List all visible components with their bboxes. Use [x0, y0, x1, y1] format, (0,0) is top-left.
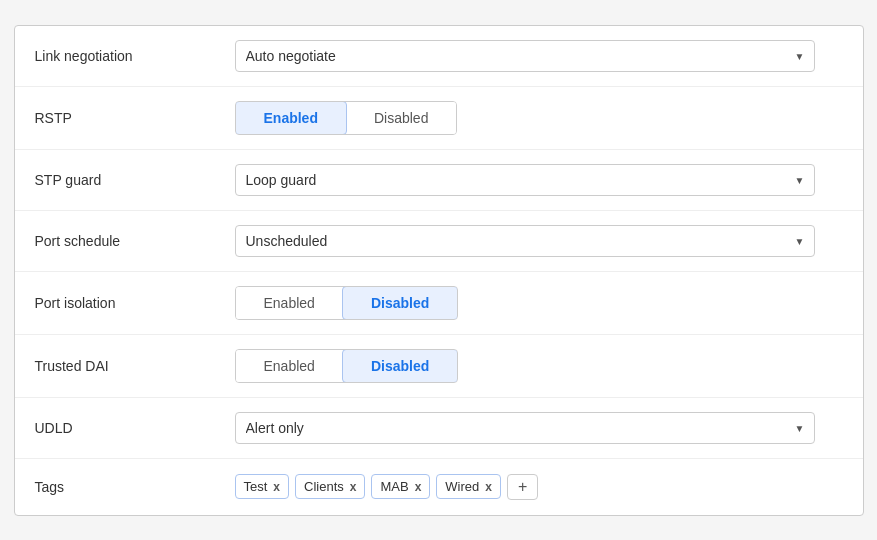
toggle-btn-trusted-dai-enabled[interactable]: Enabled — [236, 350, 343, 382]
tag-mab: MABx — [371, 474, 430, 499]
dropdown-stp-guard[interactable]: Loop guardRoot guardBPDU guardNone — [235, 164, 815, 196]
control-trusted-dai: EnabledDisabled — [235, 349, 843, 383]
control-tags: TestxClientsxMABxWiredx+ — [235, 474, 843, 500]
toggle-btn-port-isolation-enabled[interactable]: Enabled — [236, 287, 343, 319]
tag-test-remove[interactable]: x — [273, 481, 280, 493]
dropdown-wrapper-port-schedule: UnscheduledAlways onCustom — [235, 225, 815, 257]
label-link-negotiation: Link negotiation — [35, 48, 235, 64]
label-stp-guard: STP guard — [35, 172, 235, 188]
row-stp-guard: STP guardLoop guardRoot guardBPDU guardN… — [15, 150, 863, 211]
tag-test: Testx — [235, 474, 290, 499]
tag-add-button[interactable]: + — [507, 474, 538, 500]
label-rstp: RSTP — [35, 110, 235, 126]
label-port-isolation: Port isolation — [35, 295, 235, 311]
row-port-schedule: Port scheduleUnscheduledAlways onCustom — [15, 211, 863, 272]
label-tags: Tags — [35, 479, 235, 495]
dropdown-wrapper-link-negotiation: Auto negotiate10 Mbps100 Mbps1 Gbps — [235, 40, 815, 72]
control-stp-guard: Loop guardRoot guardBPDU guardNone — [235, 164, 843, 196]
tag-mab-label: MAB — [380, 479, 408, 494]
toggle-btn-rstp-enabled[interactable]: Enabled — [235, 101, 347, 135]
toggle-btn-trusted-dai-disabled[interactable]: Disabled — [342, 349, 458, 383]
settings-card: Link negotiationAuto negotiate10 Mbps100… — [14, 25, 864, 516]
dropdown-link-negotiation[interactable]: Auto negotiate10 Mbps100 Mbps1 Gbps — [235, 40, 815, 72]
dropdown-udld[interactable]: Alert onlyEnabledDisabled — [235, 412, 815, 444]
tag-test-label: Test — [244, 479, 268, 494]
tag-wired-remove[interactable]: x — [485, 481, 492, 493]
row-tags: TagsTestxClientsxMABxWiredx+ — [15, 459, 863, 515]
control-udld: Alert onlyEnabledDisabled — [235, 412, 843, 444]
toggle-group-trusted-dai: EnabledDisabled — [235, 349, 459, 383]
tag-clients-remove[interactable]: x — [350, 481, 357, 493]
tag-wired: Wiredx — [436, 474, 501, 499]
row-rstp: RSTPEnabledDisabled — [15, 87, 863, 150]
row-udld: UDLDAlert onlyEnabledDisabled — [15, 398, 863, 459]
control-link-negotiation: Auto negotiate10 Mbps100 Mbps1 Gbps — [235, 40, 843, 72]
label-udld: UDLD — [35, 420, 235, 436]
toggle-btn-rstp-disabled[interactable]: Disabled — [346, 102, 456, 134]
tag-wired-label: Wired — [445, 479, 479, 494]
control-port-isolation: EnabledDisabled — [235, 286, 843, 320]
tag-mab-remove[interactable]: x — [415, 481, 422, 493]
toggle-group-port-isolation: EnabledDisabled — [235, 286, 459, 320]
row-link-negotiation: Link negotiationAuto negotiate10 Mbps100… — [15, 26, 863, 87]
row-port-isolation: Port isolationEnabledDisabled — [15, 272, 863, 335]
label-port-schedule: Port schedule — [35, 233, 235, 249]
row-trusted-dai: Trusted DAIEnabledDisabled — [15, 335, 863, 398]
control-port-schedule: UnscheduledAlways onCustom — [235, 225, 843, 257]
toggle-group-rstp: EnabledDisabled — [235, 101, 458, 135]
toggle-btn-port-isolation-disabled[interactable]: Disabled — [342, 286, 458, 320]
dropdown-wrapper-stp-guard: Loop guardRoot guardBPDU guardNone — [235, 164, 815, 196]
dropdown-port-schedule[interactable]: UnscheduledAlways onCustom — [235, 225, 815, 257]
tag-clients: Clientsx — [295, 474, 365, 499]
tags-container: TestxClientsxMABxWiredx+ — [235, 474, 539, 500]
control-rstp: EnabledDisabled — [235, 101, 843, 135]
dropdown-wrapper-udld: Alert onlyEnabledDisabled — [235, 412, 815, 444]
tag-clients-label: Clients — [304, 479, 344, 494]
label-trusted-dai: Trusted DAI — [35, 358, 235, 374]
